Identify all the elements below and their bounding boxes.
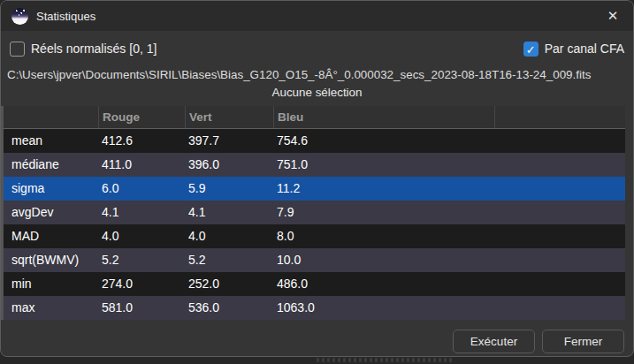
table-row[interactable]: sqrt(BWMV)5.25.210.0 <box>4 248 625 272</box>
table-header-row: Rouge Vert Bleu <box>4 106 625 129</box>
cell-filler <box>494 248 625 272</box>
cell-value: 754.6 <box>273 129 494 153</box>
row-label: MAD <box>4 224 98 248</box>
normalized-checkbox-group[interactable]: Réels normalisés [0, 1] <box>10 42 157 57</box>
cell-value: 396.0 <box>185 153 273 177</box>
cell-value: 4.1 <box>185 201 273 224</box>
execute-button[interactable]: Exécuter <box>453 330 535 353</box>
row-label: avgDev <box>4 201 98 224</box>
table-row[interactable]: MAD4.04.08.0 <box>4 224 625 248</box>
table-row[interactable]: sigma6.05.911.2 <box>4 177 625 201</box>
cell-value: 751.0 <box>273 153 494 177</box>
cell-value: 4.0 <box>98 224 185 248</box>
cell-filler <box>494 201 625 224</box>
dialog-button-row: Exécuter Fermer <box>453 330 624 353</box>
cell-value: 5.9 <box>185 177 273 201</box>
close-icon[interactable]: ✕ <box>592 1 633 31</box>
cell-filler <box>494 296 625 320</box>
cell-value: 252.0 <box>185 272 273 296</box>
cell-value: 274.0 <box>98 272 185 296</box>
row-label: mean <box>4 129 98 153</box>
table-row[interactable]: avgDev4.14.17.9 <box>4 201 625 224</box>
column-header-bleu[interactable]: Bleu <box>273 106 494 128</box>
statistics-table: Rouge Vert Bleu mean412.6397.7754.6média… <box>1 106 625 320</box>
cell-filler <box>494 224 625 248</box>
row-label: sqrt(BWMV) <box>4 248 98 272</box>
title-bar: Statistiques ✕ <box>1 1 633 31</box>
cell-filler <box>494 272 625 296</box>
statistics-dialog: Statistiques ✕ Réels normalisés [0, 1] P… <box>0 0 634 357</box>
cell-filler <box>494 153 625 177</box>
column-header-filler <box>494 106 625 128</box>
background-window-text-sliver <box>317 358 454 362</box>
row-label: max <box>4 296 98 320</box>
table-body: mean412.6397.7754.6médiane411.0396.0751.… <box>4 129 625 320</box>
cell-value: 412.6 <box>98 129 185 153</box>
cell-value: 397.7 <box>185 129 273 153</box>
row-label: médiane <box>4 153 98 177</box>
cell-value: 10.0 <box>273 248 494 272</box>
cell-value: 4.1 <box>98 201 185 224</box>
close-button[interactable]: Fermer <box>542 330 624 353</box>
cell-value: 486.0 <box>273 272 494 296</box>
cfa-checkbox-group[interactable]: Par canal CFA <box>523 42 624 57</box>
normalized-checkbox-label: Réels normalisés [0, 1] <box>31 42 157 56</box>
table-row[interactable]: mean412.6397.7754.6 <box>4 129 625 153</box>
cell-value: 411.0 <box>98 153 185 177</box>
cell-value: 8.0 <box>273 224 494 248</box>
cell-filler <box>494 129 625 153</box>
cfa-checkbox[interactable] <box>523 42 539 57</box>
column-header <box>4 106 98 128</box>
window-title: Statistiques <box>36 10 95 23</box>
column-header-vert[interactable]: Vert <box>185 106 273 128</box>
cell-value: 6.0 <box>98 177 185 201</box>
row-label: min <box>4 272 98 296</box>
cell-value: 536.0 <box>185 296 273 320</box>
selection-status: Aucune sélection <box>1 86 633 102</box>
cell-value: 581.0 <box>98 296 185 320</box>
cell-filler <box>494 177 625 201</box>
siril-app-icon <box>11 8 28 25</box>
cell-value: 5.2 <box>185 248 273 272</box>
table-row[interactable]: max581.0536.01063.0 <box>4 296 625 320</box>
cell-value: 7.9 <box>273 201 494 224</box>
cell-value: 5.2 <box>98 248 185 272</box>
file-path: C:\Users\jpver\Documents\SIRIL\Biases\Bi… <box>7 68 633 81</box>
options-row: Réels normalisés [0, 1] Par canal CFA <box>1 40 633 57</box>
table-row[interactable]: médiane411.0396.0751.0 <box>4 153 625 177</box>
row-label: sigma <box>4 177 98 201</box>
cell-value: 4.0 <box>185 224 273 248</box>
column-header-rouge[interactable]: Rouge <box>98 106 185 128</box>
cell-value: 1063.0 <box>273 296 494 320</box>
cfa-checkbox-label: Par canal CFA <box>545 42 624 56</box>
normalized-checkbox[interactable] <box>10 42 25 57</box>
cell-value: 11.2 <box>273 177 494 201</box>
table-row[interactable]: min274.0252.0486.0 <box>4 272 625 296</box>
